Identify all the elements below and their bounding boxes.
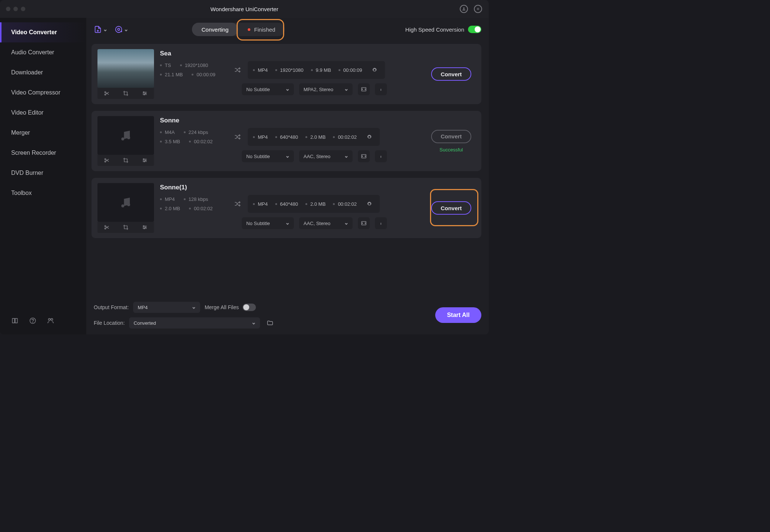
convert-button[interactable]: Convert	[431, 201, 471, 215]
sidebar: Video Converter Audio Converter Download…	[0, 18, 86, 334]
effects-button[interactable]	[135, 155, 154, 166]
out-size: 2.0 MB	[305, 201, 325, 207]
start-all-button[interactable]: Start All	[435, 307, 481, 323]
svg-point-19	[143, 92, 144, 93]
sidebar-item-toolbox[interactable]: Toolbox	[0, 183, 86, 203]
sidebar-item-label: Downloader	[11, 69, 43, 76]
thumbnail[interactable]	[97, 49, 154, 88]
svg-point-25	[121, 138, 124, 141]
audio-track-select[interactable]: AAC, Stereo	[299, 150, 353, 162]
file-location-select[interactable]: Converted	[129, 317, 260, 329]
sidebar-item-merger[interactable]: Merger	[0, 123, 86, 143]
output-format-select[interactable]: MP4	[133, 302, 200, 313]
crop-button[interactable]	[116, 155, 135, 166]
file-card: Sonne M4A224 kbps 3.5 MB00:02:02 MP4 640…	[92, 111, 481, 171]
chevron-down-icon	[103, 28, 107, 31]
subtitle-select[interactable]: No Subtitle	[242, 150, 294, 162]
out-duration: 00:00:09	[339, 67, 362, 73]
file-card: Sea TS1920*1080 21.1 MB00:00:09 MP4 1920…	[92, 44, 481, 104]
sidebar-item-label: Toolbox	[11, 190, 32, 196]
output-format-label: Output Format:	[94, 304, 129, 310]
chevron-down-icon	[124, 28, 128, 31]
out-duration: 00:02:02	[333, 134, 357, 140]
svg-point-32	[143, 159, 144, 160]
convert-button: Convert	[431, 130, 471, 143]
cut-button[interactable]	[97, 155, 116, 166]
cut-button[interactable]	[97, 222, 116, 233]
convert-button[interactable]: Convert	[431, 67, 471, 81]
subtitle-select[interactable]: No Subtitle	[242, 83, 294, 95]
src-resolution: 128 kbps	[184, 196, 208, 202]
svg-point-7	[51, 318, 53, 320]
src-duration: 00:00:09	[192, 72, 215, 77]
expand-button[interactable]	[358, 83, 370, 95]
sidebar-item-downloader[interactable]: Downloader	[0, 63, 86, 83]
svg-point-33	[145, 160, 146, 161]
svg-point-27	[105, 158, 106, 160]
sidebar-item-dvd-burner[interactable]: DVD Burner	[0, 163, 86, 183]
out-duration: 00:02:02	[333, 201, 357, 207]
tutorial-icon[interactable]	[11, 317, 19, 326]
add-file-button[interactable]	[94, 25, 107, 33]
shuffle-icon	[233, 66, 242, 74]
sidebar-item-label: Screen Recorder	[11, 150, 56, 156]
feedback-icon[interactable]	[47, 317, 54, 326]
info-button[interactable]	[375, 150, 387, 162]
crop-button[interactable]	[116, 88, 135, 99]
tab-finished[interactable]: Finished	[238, 23, 285, 36]
info-button[interactable]	[375, 83, 387, 95]
sidebar-item-screen-recorder[interactable]: Screen Recorder	[0, 143, 86, 163]
output-info: MP4 640*480 2.0 MB 00:02:02	[248, 128, 380, 146]
account-icon[interactable]	[460, 5, 468, 13]
merge-toggle[interactable]	[243, 304, 256, 311]
effects-button[interactable]	[135, 222, 154, 233]
settings-button[interactable]	[364, 132, 375, 142]
settings-button[interactable]	[369, 65, 380, 75]
sidebar-item-video-editor[interactable]: Video Editor	[0, 103, 86, 123]
window-close-icon[interactable]	[6, 7, 10, 11]
svg-point-45	[143, 226, 144, 227]
help-icon[interactable]	[29, 317, 36, 326]
status-text: Successful	[440, 147, 463, 153]
out-format: MP4	[253, 134, 268, 140]
notification-dot-icon	[248, 28, 250, 31]
src-format: MP4	[160, 196, 175, 202]
audio-track-select[interactable]: AAC, Stereo	[299, 217, 353, 229]
sidebar-item-video-converter[interactable]: Video Converter	[0, 22, 86, 42]
subtitle-select[interactable]: No Subtitle	[242, 217, 294, 229]
sidebar-item-audio-converter[interactable]: Audio Converter	[0, 42, 86, 63]
settings-button[interactable]	[364, 199, 375, 209]
thumbnail[interactable]	[97, 116, 154, 155]
app-title: Wondershare UniConverter	[211, 6, 278, 12]
topbar: Converting Finished High Speed Conversio…	[86, 18, 489, 41]
effects-button[interactable]	[135, 88, 154, 99]
cut-button[interactable]	[97, 88, 116, 99]
audio-track-select[interactable]: MPA2, Stereo	[299, 83, 353, 95]
out-resolution: 1920*1080	[275, 67, 304, 73]
high-speed-toggle[interactable]	[468, 26, 481, 33]
svg-point-28	[105, 161, 106, 162]
window-minimize-icon[interactable]	[13, 7, 18, 11]
tab-converting[interactable]: Converting	[192, 23, 238, 36]
src-resolution: 224 kbps	[184, 129, 208, 135]
crop-button[interactable]	[116, 222, 135, 233]
sidebar-item-video-compressor[interactable]: Video Compressor	[0, 83, 86, 103]
open-folder-button[interactable]	[264, 317, 276, 329]
svg-point-11	[118, 28, 120, 31]
window-maximize-icon[interactable]	[21, 7, 25, 11]
expand-button[interactable]	[358, 217, 370, 229]
output-info: MP4 640*480 2.0 MB 00:02:02	[248, 195, 380, 213]
sidebar-item-label: Video Compressor	[11, 89, 60, 96]
sidebar-item-label: Video Editor	[11, 109, 44, 116]
menu-icon[interactable]	[474, 5, 482, 13]
merge-label: Merge All Files	[205, 304, 239, 310]
file-location-label: File Location:	[94, 320, 125, 326]
src-duration: 00:02:02	[189, 206, 213, 211]
add-disc-button[interactable]	[115, 25, 128, 33]
file-name: Sonne(1)	[160, 184, 421, 191]
svg-point-5	[33, 322, 33, 323]
info-button[interactable]	[375, 217, 387, 229]
thumbnail[interactable]	[97, 183, 154, 222]
file-name: Sea	[160, 50, 421, 57]
expand-button[interactable]	[358, 150, 370, 162]
